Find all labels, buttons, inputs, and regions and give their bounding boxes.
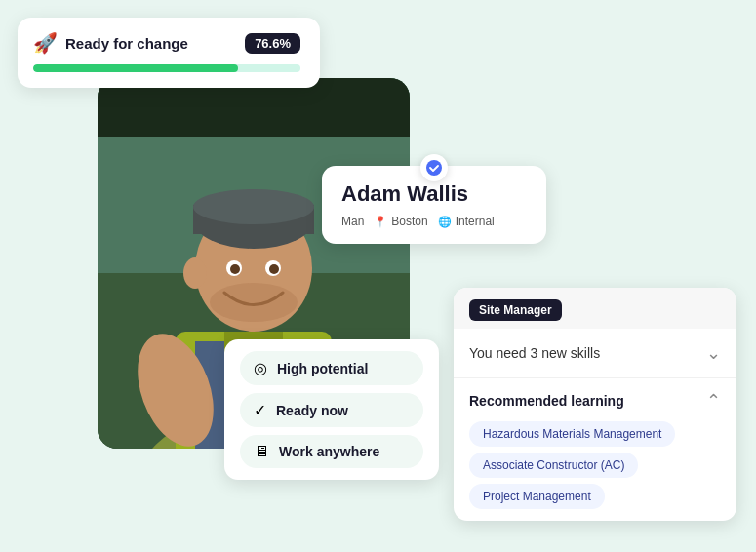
rec-label: Recommended learning bbox=[469, 393, 624, 409]
svg-point-17 bbox=[183, 257, 207, 289]
skills-needed-row[interactable]: You need 3 new skills ⌄ bbox=[454, 329, 736, 378]
badge-high-potential: ◎ High potential bbox=[240, 351, 423, 385]
profile-gender: Man bbox=[341, 215, 364, 228]
svg-point-16 bbox=[210, 283, 298, 322]
ready-card-title: Ready for change bbox=[65, 35, 188, 52]
work-anywhere-icon: 🖥 bbox=[254, 443, 269, 460]
profile-name: Adam Wallis bbox=[341, 181, 527, 207]
badges-card: ◎ High potential ✓ Ready now 🖥 Work anyw… bbox=[224, 339, 439, 480]
role-badge: Site Manager bbox=[469, 299, 562, 321]
svg-point-11 bbox=[193, 189, 314, 224]
rocket-icon: 🚀 bbox=[33, 31, 58, 55]
rec-item-2[interactable]: Project Management bbox=[469, 484, 605, 509]
globe-icon: 🌐 bbox=[438, 216, 452, 228]
profile-meta: Man 📍 Boston 🌐 Internal bbox=[341, 215, 527, 228]
profile-gender-label: Man bbox=[341, 215, 364, 228]
svg-point-14 bbox=[230, 264, 240, 274]
rec-item-0[interactable]: Hazardous Materials Management bbox=[469, 421, 675, 447]
ready-for-change-card: 🚀 Ready for change 76.6% bbox=[18, 18, 320, 88]
svg-point-15 bbox=[269, 264, 279, 274]
profile-type-label: Internal bbox=[456, 215, 495, 228]
location-icon: 📍 bbox=[374, 216, 387, 228]
ready-now-icon: ✓ bbox=[254, 401, 266, 419]
profile-location-label: Boston bbox=[391, 215, 427, 228]
profile-location: 📍 Boston bbox=[374, 215, 427, 228]
progress-bar-fill bbox=[33, 64, 238, 72]
chevron-up-icon: ⌃ bbox=[706, 390, 721, 412]
ready-now-label: Ready now bbox=[276, 403, 348, 418]
check-badge bbox=[420, 154, 448, 181]
percent-badge: 76.6% bbox=[245, 33, 300, 54]
high-potential-label: High potential bbox=[277, 361, 368, 376]
chevron-down-icon: ⌄ bbox=[706, 342, 721, 364]
rec-items-list: Hazardous Materials Management Associate… bbox=[469, 421, 721, 509]
work-anywhere-label: Work anywhere bbox=[279, 444, 379, 459]
skills-needed-text: You need 3 new skills bbox=[469, 345, 600, 361]
progress-bar-background bbox=[33, 64, 300, 72]
skills-card: Site Manager You need 3 new skills ⌄ Rec… bbox=[454, 288, 736, 521]
rec-header[interactable]: Recommended learning ⌃ bbox=[469, 390, 721, 412]
badge-ready-now: ✓ Ready now bbox=[240, 393, 423, 427]
profile-type: 🌐 Internal bbox=[438, 215, 495, 228]
profile-card: Adam Wallis Man 📍 Boston 🌐 Internal bbox=[322, 166, 546, 244]
skills-card-top: Site Manager bbox=[454, 288, 736, 329]
badge-work-anywhere: 🖥 Work anywhere bbox=[240, 435, 423, 468]
high-potential-icon: ◎ bbox=[254, 359, 267, 377]
rec-item-1[interactable]: Associate Constructor (AC) bbox=[469, 453, 638, 478]
svg-point-19 bbox=[426, 160, 442, 176]
recommended-learning-section: Recommended learning ⌃ Hazardous Materia… bbox=[454, 378, 736, 521]
